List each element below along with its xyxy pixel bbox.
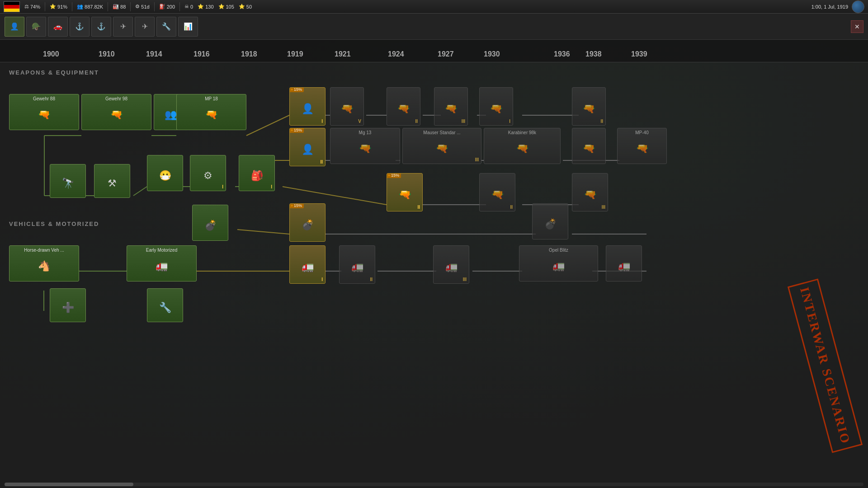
inf-II-icon: 👤 bbox=[295, 140, 320, 160]
opel-var-icon: 🚛 bbox=[612, 257, 637, 276]
tech-karabiner[interactable]: Karabiner 98k 🔫 bbox=[484, 128, 561, 164]
mp18-icon: 🔫 bbox=[187, 105, 236, 125]
tech-shovel[interactable]: ⚒ bbox=[94, 164, 130, 198]
art-II-icon: 💣 bbox=[295, 215, 320, 236]
year-1919: 1919 bbox=[287, 50, 303, 58]
tab-armor[interactable]: 🪖 bbox=[26, 17, 46, 37]
flag-germany bbox=[4, 1, 20, 12]
mauser-title: Mauser Standar ... bbox=[403, 129, 481, 136]
scroll-handle[interactable] bbox=[5, 483, 863, 486]
inf-II-progress: 15% bbox=[289, 128, 304, 133]
tech-inf-II[interactable]: 15% 👤 II bbox=[289, 128, 326, 166]
support-I-icon: ⚙ bbox=[196, 166, 221, 186]
close-button[interactable]: ✕ bbox=[851, 20, 863, 33]
horse-veh-icon: 🐴 bbox=[20, 257, 68, 276]
mg-II-progress: 15% bbox=[387, 173, 401, 178]
tech-rifle-I2[interactable]: 🔫 I bbox=[479, 87, 513, 126]
tech-mg-II2[interactable]: 🔫 II bbox=[479, 173, 515, 211]
stat-ships: ⭐105 bbox=[218, 4, 234, 9]
tab-air1[interactable]: ✈ bbox=[113, 17, 133, 37]
game-time: 1:00, 1 Jul, 1919 bbox=[811, 4, 848, 9]
tech-mauser[interactable]: Mauser Standar ... 🔫 III bbox=[402, 128, 481, 164]
shovel-icon: ⚒ bbox=[100, 174, 125, 192]
tech-rifle-II2[interactable]: 🔫 II bbox=[572, 87, 606, 126]
tech-repair[interactable]: 🔧 bbox=[147, 288, 183, 322]
gewehr98-title: Gewehr 98 bbox=[82, 95, 151, 102]
stat-war-support: ⭐91% bbox=[50, 4, 67, 9]
binoculars-icon: 🔭 bbox=[56, 174, 80, 192]
gewehr98-icon: 🔫 bbox=[92, 105, 141, 125]
early-motorized-icon: 🚛 bbox=[137, 257, 186, 276]
scroll-thumb[interactable] bbox=[5, 483, 133, 486]
support-I2-icon: 🎒 bbox=[245, 166, 269, 186]
tab-navy1[interactable]: ⚓ bbox=[70, 17, 90, 37]
year-1938: 1938 bbox=[585, 50, 602, 58]
tech-art-II[interactable]: 15% 💣 bbox=[289, 203, 326, 242]
gewehr88-icon: 🔫 bbox=[20, 105, 68, 125]
tech-kar-variant[interactable]: 🔫 bbox=[572, 128, 606, 164]
tech-mortar[interactable]: 💣 bbox=[192, 205, 228, 241]
year-1930: 1930 bbox=[484, 50, 500, 58]
tech-rifle-III[interactable]: 🔫 III bbox=[434, 87, 468, 126]
mp40-icon: 🔫 bbox=[625, 139, 659, 159]
tab-support[interactable]: 🔧 bbox=[156, 17, 176, 37]
tech-support-I[interactable]: ⚙ I bbox=[190, 155, 226, 191]
tab-navy2[interactable]: ⚓ bbox=[91, 17, 111, 37]
stat-fuel: ⛽200 bbox=[159, 4, 175, 9]
mg13-icon: 🔫 bbox=[341, 139, 389, 159]
tab-air2[interactable]: ✈ bbox=[135, 17, 155, 37]
tech-mp18[interactable]: MP 18 🔫 bbox=[176, 94, 246, 130]
tab-stats[interactable]: 📊 bbox=[178, 17, 198, 37]
opel-icon: 🚛 bbox=[531, 257, 586, 276]
tech-early-motorized[interactable]: Early Motorized 🚛 bbox=[127, 245, 197, 282]
inf-I-icon: 👤 bbox=[295, 99, 320, 120]
tech-rifle-V[interactable]: 🔫 V bbox=[330, 87, 364, 126]
tech-motor-III[interactable]: 🚛 III bbox=[433, 245, 469, 284]
year-1910: 1910 bbox=[99, 50, 115, 58]
tech-mg-II[interactable]: 15% 🔫 II bbox=[387, 173, 423, 211]
tech-rifle-II[interactable]: 🔫 II bbox=[387, 87, 420, 126]
mortar-icon: 💣 bbox=[198, 216, 223, 235]
tech-binoculars[interactable]: 🔭 bbox=[50, 164, 86, 198]
tech-horse-veh[interactable]: Horse-drawn Veh ... 🐴 bbox=[9, 245, 79, 282]
early-motorized-title: Early Motorized bbox=[127, 247, 196, 253]
tech-support-I2[interactable]: 🎒 I bbox=[239, 155, 275, 191]
tech-gasmask[interactable]: 😷 bbox=[147, 155, 183, 191]
karabiner-title: Karabiner 98k bbox=[484, 129, 560, 136]
art-III-icon: 💣 bbox=[538, 215, 563, 234]
weapons-section-label: WEAPONS & EQUIPMENT bbox=[9, 69, 99, 76]
main-content: 1900 1910 1914 1916 1918 1919 1921 1924 … bbox=[0, 40, 868, 488]
kar-variant-icon: 🔫 bbox=[577, 139, 600, 159]
top-right-area: 1:00, 1 Jul, 1919 bbox=[811, 0, 864, 13]
tech-opel-var[interactable]: 🚛 bbox=[606, 245, 642, 282]
motor-III-icon: 🚛 bbox=[439, 257, 464, 278]
rifle-I2-icon: 🔫 bbox=[485, 99, 508, 120]
horse-veh-title: Horse-drawn Veh ... bbox=[9, 247, 79, 253]
year-1924: 1924 bbox=[388, 50, 404, 58]
tech-motor-I[interactable]: 🚛 I bbox=[289, 245, 326, 284]
stat-factories: 🏭88 bbox=[113, 4, 126, 9]
mg-II-icon: 🔫 bbox=[392, 185, 417, 206]
stat-planes: ⭐50 bbox=[239, 4, 252, 9]
tech-motor-II[interactable]: 🚛 II bbox=[339, 245, 375, 284]
year-1927: 1927 bbox=[438, 50, 454, 58]
mg13-title: Mg 13 bbox=[330, 129, 400, 136]
medic-icon: ➕ bbox=[56, 299, 80, 317]
motor-I-icon: 🚛 bbox=[295, 257, 320, 278]
tech-mg13[interactable]: Mg 13 🔫 bbox=[330, 128, 400, 164]
rifle-II2-icon: 🔫 bbox=[577, 99, 600, 120]
tech-art-III[interactable]: 💣 bbox=[532, 203, 568, 239]
mg-II2-icon: 🔫 bbox=[485, 185, 510, 206]
tech-inf-I[interactable]: 15% 👤 I bbox=[289, 87, 326, 126]
tech-mp40[interactable]: MP-40 🔫 bbox=[617, 128, 667, 164]
tech-medic[interactable]: ➕ bbox=[50, 288, 86, 322]
tech-mg-III[interactable]: 🔫 III bbox=[572, 173, 608, 211]
tab-infantry[interactable]: 👤 bbox=[5, 17, 24, 37]
globe-icon[interactable] bbox=[852, 0, 864, 13]
tech-gewehr98[interactable]: Gewehr 98 🔫 bbox=[81, 94, 151, 130]
mp18-title: MP 18 bbox=[177, 95, 246, 102]
tech-opel-blitz[interactable]: Opel Blitz 🚛 bbox=[519, 245, 598, 282]
tech-gewehr88[interactable]: Gewehr 88 🔫 bbox=[9, 94, 79, 130]
mp40-title: MP-40 bbox=[618, 129, 666, 136]
tab-vehicles[interactable]: 🚗 bbox=[48, 17, 68, 37]
